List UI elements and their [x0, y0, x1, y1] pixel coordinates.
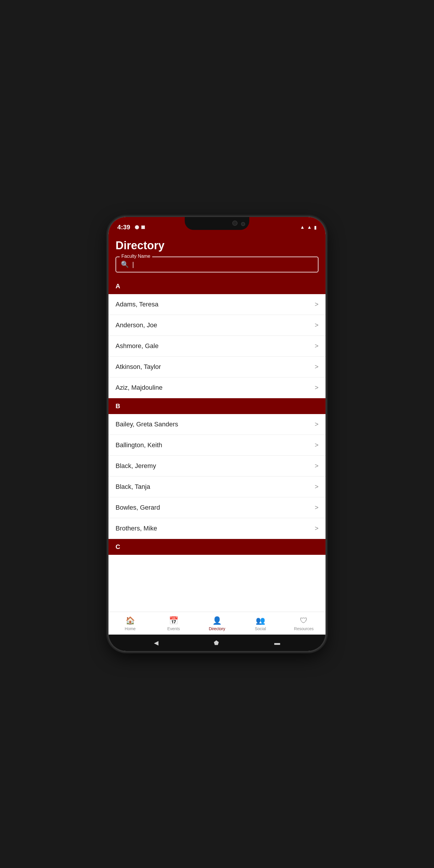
- social-icon: 👥: [256, 616, 265, 625]
- list-item[interactable]: Ashmore, Gale >: [108, 336, 326, 356]
- nav-item-social[interactable]: 👥 Social: [239, 614, 282, 633]
- android-nav-bar: ◀ ⬟ ▬: [108, 634, 326, 651]
- bottom-nav: 🏠 Home 📅 Events 👤 Directory 👥 Social 🛡 R…: [108, 612, 326, 634]
- events-icon: 📅: [169, 616, 178, 625]
- resources-icon: 🛡: [300, 616, 308, 625]
- chevron-right-icon: >: [315, 421, 318, 428]
- search-icon: 🔍: [121, 261, 129, 268]
- notification-icon: [135, 225, 139, 229]
- list-item[interactable]: Bailey, Greta Sanders >: [108, 414, 326, 435]
- nav-label-directory: Directory: [209, 626, 225, 631]
- chevron-right-icon: >: [315, 384, 318, 392]
- list-item[interactable]: Brothers, Mike >: [108, 518, 326, 539]
- chevron-right-icon: >: [315, 504, 318, 512]
- list-item[interactable]: Atkinson, Taylor >: [108, 356, 326, 377]
- status-time: 4:39: [117, 223, 130, 231]
- faculty-name: Aziz, Majdouline: [116, 384, 162, 392]
- header: Directory Faculty Name 🔍: [108, 235, 326, 278]
- chevron-right-icon: >: [315, 342, 318, 350]
- wifi-icon: ▲: [300, 225, 305, 230]
- nav-item-home[interactable]: 🏠 Home: [108, 614, 152, 633]
- chevron-right-icon: >: [315, 525, 318, 532]
- signal-icon: ▲: [307, 225, 312, 230]
- status-icons-right: ▲ ▲ ▮: [300, 225, 317, 230]
- search-container[interactable]: Faculty Name 🔍: [116, 256, 318, 272]
- chevron-right-icon: >: [315, 301, 318, 308]
- sim-icon: [141, 225, 145, 229]
- directory-list: A Adams, Teresa > Anderson, Joe > Ashmor…: [108, 278, 326, 612]
- faculty-name: Bailey, Greta Sanders: [116, 421, 178, 428]
- nav-item-directory[interactable]: 👤 Directory: [195, 614, 239, 633]
- chevron-right-icon: >: [315, 483, 318, 491]
- faculty-name: Atkinson, Taylor: [116, 363, 161, 371]
- list-item[interactable]: Bowles, Gerard >: [108, 497, 326, 518]
- section-header-b: B: [108, 398, 326, 414]
- list-item[interactable]: Aziz, Majdouline >: [108, 377, 326, 398]
- section-header-c: C: [108, 539, 326, 555]
- faculty-name: Ashmore, Gale: [116, 342, 159, 350]
- notch: [185, 217, 249, 230]
- screen: 4:39 ▲ ▲ ▮ Directory Faculty Name 🔍: [108, 217, 326, 651]
- chevron-right-icon: >: [315, 363, 318, 371]
- faculty-name: Black, Tanja: [116, 483, 150, 491]
- list-item[interactable]: Black, Tanja >: [108, 476, 326, 497]
- android-home-button[interactable]: ⬟: [214, 639, 219, 646]
- chevron-right-icon: >: [315, 321, 318, 329]
- search-input[interactable]: [132, 261, 313, 268]
- notch-camera: [232, 220, 238, 226]
- directory-icon: 👤: [212, 616, 222, 625]
- status-icons-left: [135, 225, 145, 229]
- android-back-button[interactable]: ◀: [154, 639, 158, 646]
- faculty-name: Bowles, Gerard: [116, 504, 160, 512]
- search-label: Faculty Name: [120, 254, 152, 259]
- nav-item-resources[interactable]: 🛡 Resources: [282, 614, 326, 633]
- nav-item-events[interactable]: 📅 Events: [152, 614, 195, 633]
- android-recent-button[interactable]: ▬: [274, 640, 280, 646]
- list-item[interactable]: Adams, Teresa >: [108, 294, 326, 315]
- nav-label-events: Events: [167, 626, 180, 631]
- chevron-right-icon: >: [315, 441, 318, 449]
- faculty-name: Adams, Teresa: [116, 301, 158, 308]
- faculty-name: Ballington, Keith: [116, 441, 162, 449]
- phone-frame: 4:39 ▲ ▲ ▮ Directory Faculty Name 🔍: [108, 217, 326, 651]
- faculty-name: Brothers, Mike: [116, 525, 157, 532]
- nav-label-resources: Resources: [294, 626, 314, 631]
- faculty-name: Anderson, Joe: [116, 321, 157, 329]
- nav-label-home: Home: [125, 626, 135, 631]
- battery-icon: ▮: [314, 225, 317, 230]
- section-header-a: A: [108, 278, 326, 294]
- home-icon: 🏠: [125, 616, 135, 625]
- faculty-name: Black, Jeremy: [116, 462, 156, 470]
- page-title: Directory: [116, 239, 318, 252]
- list-item[interactable]: Anderson, Joe >: [108, 315, 326, 336]
- chevron-right-icon: >: [315, 462, 318, 470]
- nav-label-social: Social: [255, 626, 266, 631]
- list-item[interactable]: Black, Jeremy >: [108, 456, 326, 476]
- list-item[interactable]: Ballington, Keith >: [108, 435, 326, 456]
